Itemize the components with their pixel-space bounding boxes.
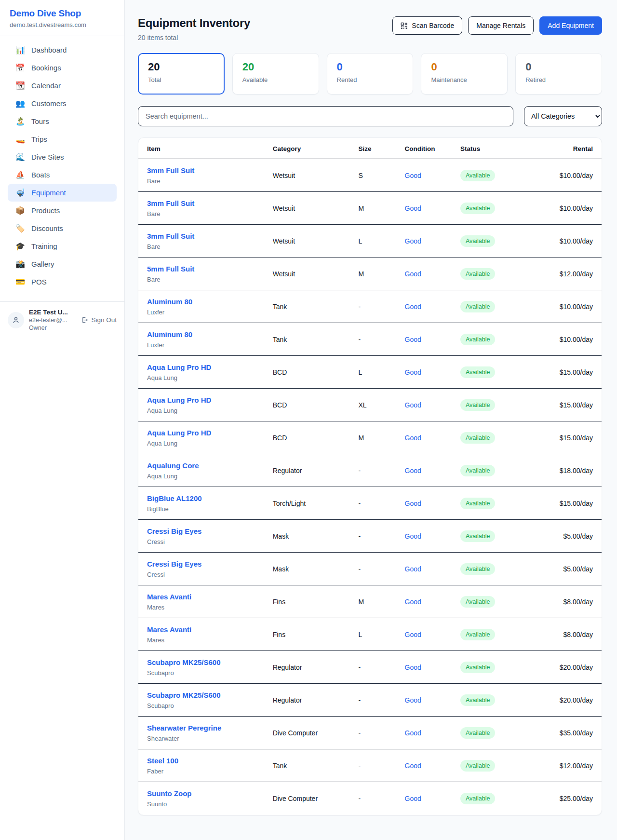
rental-rate: $8.00/day (535, 585, 602, 618)
stat-label: Total (148, 76, 215, 83)
add-equipment-button[interactable]: Add Equipment (539, 16, 602, 35)
sidebar-item-bookings[interactable]: 📅Bookings (8, 59, 117, 77)
item-link[interactable]: BigBlue AL1200 (147, 494, 202, 502)
item-size: - (358, 520, 404, 553)
sidebar-item-label: Tours (31, 117, 49, 125)
item-link[interactable]: Shearwater Peregrine (147, 724, 221, 732)
stat-card-retired[interactable]: 0Retired (515, 53, 602, 95)
item-link[interactable]: 3mm Full Suit (147, 199, 194, 207)
condition-link[interactable]: Good (405, 401, 421, 409)
table-row: Mares AvantiMaresFinsLGoodAvailable$8.00… (138, 618, 602, 651)
stat-card-rented[interactable]: 0Rented (327, 53, 414, 95)
item-link[interactable]: Scubapro MK25/S600 (147, 658, 221, 666)
item-link[interactable]: Steel 100 (147, 757, 178, 765)
item-size: - (358, 651, 404, 684)
item-link[interactable]: 5mm Full Suit (147, 265, 194, 273)
condition-link[interactable]: Good (405, 336, 421, 343)
rental-rate: $5.00/day (535, 520, 602, 553)
column-header-item: Item (138, 138, 273, 159)
item-brand: Aqua Lung (147, 440, 273, 447)
stat-card-maintenance[interactable]: 0Maintenance (421, 53, 508, 95)
item-link[interactable]: Aluminum 80 (147, 330, 192, 339)
user-name: E2E Test U... (29, 309, 76, 316)
rental-rate: $20.00/day (535, 651, 602, 684)
item-link[interactable]: Aluminum 80 (147, 298, 192, 306)
item-category: Fins (273, 618, 359, 651)
condition-link[interactable]: Good (405, 204, 421, 212)
condition-link[interactable]: Good (405, 565, 421, 573)
item-size: - (358, 553, 404, 585)
table-row: Suunto ZoopSuuntoDive Computer-GoodAvail… (138, 782, 602, 815)
condition-link[interactable]: Good (405, 270, 421, 278)
item-link[interactable]: Aqua Lung Pro HD (147, 363, 211, 371)
sidebar-item-customers[interactable]: 👥Customers (8, 95, 117, 112)
scan-barcode-button[interactable]: Scan Barcode (392, 16, 462, 35)
rental-rate: $35.00/day (535, 717, 602, 749)
avatar (8, 312, 24, 328)
item-brand: Mares (147, 604, 273, 611)
sidebar-item-boats[interactable]: ⛵Boats (8, 166, 117, 184)
stat-label: Maintenance (431, 76, 497, 83)
condition-link[interactable]: Good (405, 467, 421, 474)
stat-value: 0 (431, 61, 497, 73)
sidebar-item-equipment[interactable]: 🤿Equipment (8, 184, 117, 202)
sidebar-item-trips[interactable]: 🚤Trips (8, 130, 117, 148)
stat-card-total[interactable]: 20Total (138, 53, 225, 95)
sidebar-item-calendar[interactable]: 📆Calendar (8, 77, 117, 95)
stat-card-available[interactable]: 20Available (232, 53, 319, 95)
condition-link[interactable]: Good (405, 303, 421, 311)
condition-link[interactable]: Good (405, 631, 421, 638)
item-link[interactable]: Aqualung Core (147, 461, 199, 470)
condition-link[interactable]: Good (405, 598, 421, 606)
condition-link[interactable]: Good (405, 532, 421, 540)
item-brand: Luxfer (147, 309, 273, 316)
item-link[interactable]: Aqua Lung Pro HD (147, 429, 211, 437)
item-link[interactable]: 3mm Full Suit (147, 232, 194, 240)
sidebar-item-pos[interactable]: 💳POS (8, 273, 117, 291)
item-category: Wetsuit (273, 257, 359, 290)
item-link[interactable]: Scubapro MK25/S600 (147, 691, 221, 699)
sidebar-item-label: Equipment (31, 189, 66, 197)
condition-link[interactable]: Good (405, 696, 421, 704)
sidebar-item-dive-sites[interactable]: 🌊Dive Sites (8, 148, 117, 166)
sign-out-button[interactable]: Sign Out (81, 316, 117, 324)
item-link[interactable]: Cressi Big Eyes (147, 560, 201, 568)
item-link[interactable]: 3mm Full Suit (147, 166, 194, 175)
item-link[interactable]: Suunto Zoop (147, 789, 191, 798)
item-brand: Bare (147, 243, 273, 250)
sidebar-item-tours[interactable]: 🏝️Tours (8, 112, 117, 130)
item-link[interactable]: Aqua Lung Pro HD (147, 396, 211, 404)
condition-link[interactable]: Good (405, 368, 421, 376)
item-link[interactable]: Mares Avanti (147, 625, 191, 634)
rental-rate: $15.00/day (535, 389, 602, 421)
item-size: - (358, 290, 404, 323)
condition-link[interactable]: Good (405, 237, 421, 245)
item-brand: Scubapro (147, 669, 273, 677)
sidebar-item-discounts[interactable]: 🏷️Discounts (8, 219, 117, 237)
condition-link[interactable]: Good (405, 795, 421, 802)
item-link[interactable]: Mares Avanti (147, 593, 191, 601)
item-category: Dive Computer (273, 717, 359, 749)
condition-link[interactable]: Good (405, 434, 421, 442)
condition-link[interactable]: Good (405, 500, 421, 507)
condition-link[interactable]: Good (405, 172, 421, 179)
sidebar-item-label: Customers (31, 99, 67, 108)
condition-link[interactable]: Good (405, 664, 421, 671)
rental-rate: $10.00/day (535, 225, 602, 257)
manage-rentals-button[interactable]: Manage Rentals (468, 16, 534, 35)
app-root: Demo Dive Shop demo.test.divestreams.com… (0, 0, 617, 840)
table-row: Scubapro MK25/S600ScubaproRegulator-Good… (138, 684, 602, 717)
item-link[interactable]: Cressi Big Eyes (147, 527, 201, 535)
sidebar-item-dashboard[interactable]: 📊Dashboard (8, 41, 117, 59)
condition-link[interactable]: Good (405, 729, 421, 737)
rental-rate: $15.00/day (535, 487, 602, 520)
search-input[interactable] (138, 106, 513, 126)
sidebar-item-gallery[interactable]: 📸Gallery (8, 255, 117, 273)
condition-link[interactable]: Good (405, 762, 421, 770)
sidebar-item-training[interactable]: 🎓Training (8, 237, 117, 255)
sidebar-item-products[interactable]: 📦Products (8, 202, 117, 219)
table-row: 3mm Full SuitBareWetsuitMGoodAvailable$1… (138, 192, 602, 225)
trips-icon: 🚤 (15, 135, 25, 143)
item-size: L (358, 356, 404, 389)
category-select[interactable]: All Categories (524, 106, 602, 126)
